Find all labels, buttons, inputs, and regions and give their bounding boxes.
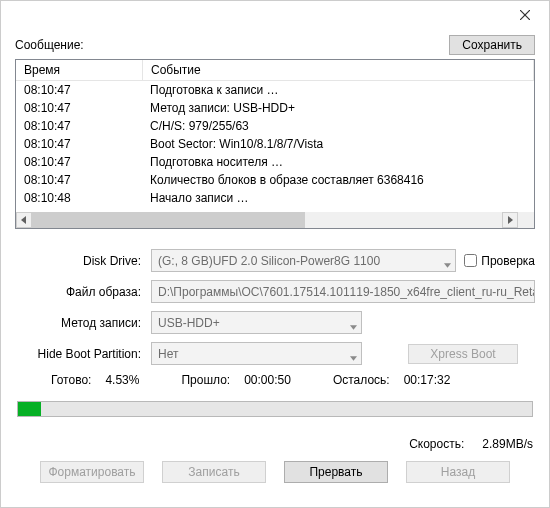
log-panel: Время Событие 08:10:47Подготовка к запис… [15,59,535,229]
message-row: Сообщение: Сохранить [15,35,535,55]
write-method-value: USB-HDD+ [158,316,220,330]
xpress-boot-button: Xpress Boot [408,344,518,364]
col-time[interactable]: Время [16,60,143,81]
log-event: Boot Sector: Win10/8.1/8/7/Vista [142,135,534,153]
log-row[interactable]: 08:10:47C/H/S: 979/255/63 [16,117,534,135]
image-file-field[interactable]: D:\Программы\ОС\7601.17514.101119-1850_x… [151,280,535,303]
log-time: 08:10:47 [16,81,142,99]
progress-fill [18,402,41,416]
ready-label: Готово: [51,373,91,387]
write-button: Записать [162,461,266,483]
scroll-right-icon[interactable] [502,212,518,228]
log-row[interactable]: 08:10:47Подготовка носителя … [16,153,534,171]
bottom-buttons: Форматировать Записать Прервать Назад [15,461,535,483]
log-event: Подготовка носителя … [142,153,534,171]
h-scrollbar[interactable] [16,212,518,228]
speed-row: Скорость: 2.89MB/s [15,437,535,451]
content-area: Сообщение: Сохранить Время Событие 08:10… [1,29,549,493]
write-method-combo[interactable]: USB-HDD+ [151,311,362,334]
log-time: 08:10:48 [16,189,142,205]
scroll-track[interactable] [32,212,502,228]
verify-checkbox-label: Проверка [481,254,535,268]
svg-marker-4 [444,263,451,267]
log-time: 08:10:47 [16,135,142,153]
format-button: Форматировать [40,461,144,483]
log-event: Количество блоков в образе составляет 63… [142,171,534,189]
log-time: 08:10:47 [16,153,142,171]
log-event: C/H/S: 979/255/63 [142,117,534,135]
log-row[interactable]: 08:10:47Подготовка к записи … [16,81,534,99]
col-event[interactable]: Событие [143,60,534,81]
speed-value: 2.89MB/s [482,437,533,451]
ready-value: 4.53% [105,373,139,387]
back-button: Назад [406,461,510,483]
svg-marker-2 [21,216,26,224]
scroll-thumb[interactable] [32,212,305,228]
log-row[interactable]: 08:10:48Начало записи … [16,189,534,205]
scroll-corner [518,212,534,228]
log-row[interactable]: 08:10:47Количество блоков в образе соста… [16,171,534,189]
speed-label: Скорость: [409,437,464,451]
close-button[interactable] [507,3,543,27]
save-button[interactable]: Сохранить [449,35,535,55]
hide-partition-label: Hide Boot Partition: [15,347,151,361]
log-event: Метод записи: USB-HDD+ [142,99,534,117]
verify-checkbox-input[interactable] [464,254,477,267]
log-time: 08:10:47 [16,117,142,135]
log-event: Подготовка к записи … [142,81,534,99]
log-event: Начало записи … [142,189,534,205]
log-row[interactable]: 08:10:47Boot Sector: Win10/8.1/8/7/Vista [16,135,534,153]
verify-checkbox[interactable]: Проверка [464,254,535,268]
remain-label: Осталось: [333,373,390,387]
scroll-left-icon[interactable] [16,212,32,228]
hide-partition-value: Нет [158,347,178,361]
log-time: 08:10:47 [16,171,142,189]
progress-bar [17,401,533,417]
abort-button[interactable]: Прервать [284,461,388,483]
svg-marker-3 [508,216,513,224]
app-window: Сообщение: Сохранить Время Событие 08:10… [0,0,550,508]
message-label: Сообщение: [15,38,84,52]
disk-drive-combo[interactable]: (G:, 8 GB)UFD 2.0 Silicon-Power8G 1100 [151,249,456,272]
image-file-value: D:\Программы\ОС\7601.17514.101119-1850_x… [158,285,535,299]
form-area: Disk Drive: (G:, 8 GB)UFD 2.0 Silicon-Po… [15,249,535,365]
svg-marker-6 [350,356,357,360]
chevron-down-icon [350,319,357,326]
disk-drive-value: (G:, 8 GB)UFD 2.0 Silicon-Power8G 1100 [158,254,380,268]
write-method-row: Метод записи: USB-HDD+ [15,311,535,334]
chevron-down-icon [350,350,357,357]
svg-marker-5 [350,325,357,329]
hide-partition-combo[interactable]: Нет [151,342,362,365]
log-time: 08:10:47 [16,99,142,117]
stats-row: Готово: 4.53% Прошло: 00:00:50 Осталось:… [15,373,535,387]
write-method-label: Метод записи: [15,316,151,330]
image-file-label: Файл образа: [15,285,151,299]
remain-value: 00:17:32 [404,373,451,387]
disk-drive-label: Disk Drive: [15,254,151,268]
close-icon [520,10,530,20]
image-file-row: Файл образа: D:\Программы\ОС\7601.17514.… [15,280,535,303]
log-row[interactable]: 08:10:47Метод записи: USB-HDD+ [16,99,534,117]
disk-drive-row: Disk Drive: (G:, 8 GB)UFD 2.0 Silicon-Po… [15,249,535,272]
hide-partition-row: Hide Boot Partition: Нет Xpress Boot [15,342,535,365]
elapsed-value: 00:00:50 [244,373,291,387]
log-body: 08:10:47Подготовка к записи …08:10:47Мет… [16,81,534,205]
titlebar [1,1,549,29]
log-header: Время Событие [16,60,534,81]
chevron-down-icon [444,257,451,264]
elapsed-label: Прошло: [181,373,230,387]
